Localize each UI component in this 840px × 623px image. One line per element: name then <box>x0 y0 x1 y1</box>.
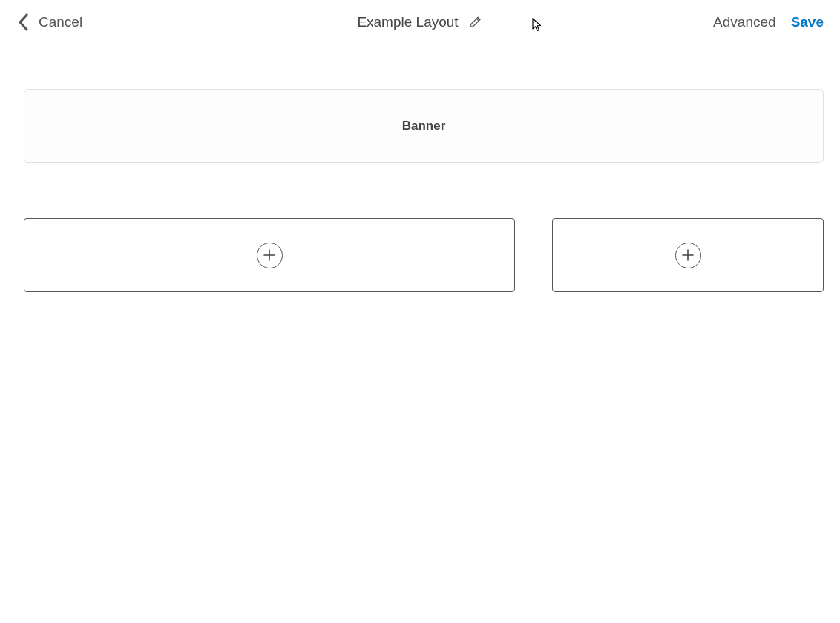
plus-icon <box>257 243 283 268</box>
pencil-icon[interactable] <box>469 15 483 29</box>
header-center: Example Layout <box>357 14 482 30</box>
main-content: Banner <box>0 44 840 292</box>
banner-block[interactable]: Banner <box>24 89 824 163</box>
header-left: Cancel <box>16 13 82 32</box>
header-right: Advanced Save <box>713 14 824 30</box>
advanced-button[interactable]: Advanced <box>713 14 776 30</box>
add-panel-left[interactable] <box>24 218 515 292</box>
save-button[interactable]: Save <box>791 14 824 30</box>
columns-row <box>24 218 824 292</box>
cancel-button[interactable]: Cancel <box>39 14 82 30</box>
banner-label: Banner <box>402 119 446 134</box>
svg-line-0 <box>477 19 479 21</box>
add-panel-right[interactable] <box>552 218 824 292</box>
page-title: Example Layout <box>357 14 458 30</box>
back-icon[interactable] <box>16 13 31 32</box>
header-bar: Cancel Example Layout Advanced Save <box>0 0 840 44</box>
plus-icon <box>675 243 701 268</box>
